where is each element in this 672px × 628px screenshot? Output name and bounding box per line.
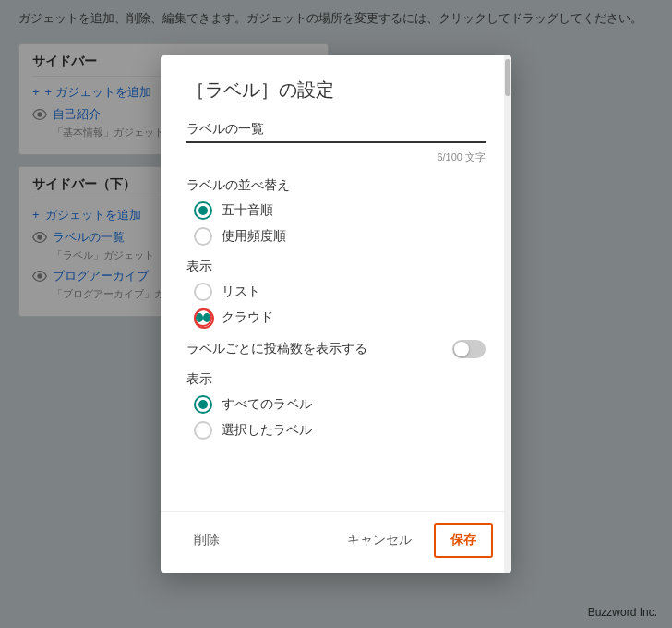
show-radio-group: すべてのラベル 選択したラベル <box>194 395 486 440</box>
display-option-list[interactable]: リスト <box>194 283 486 301</box>
section-label-labels: ラベルの一覧 <box>186 121 486 143</box>
sort-radio-aiueo[interactable] <box>194 201 212 220</box>
save-button[interactable]: 保存 <box>434 523 493 558</box>
sort-label: ラベルの並べ替え <box>186 177 486 194</box>
show-option-all[interactable]: すべてのラベル <box>194 395 486 414</box>
modal-body: ［ラベル］の設定 ラベルの一覧 6/100 文字 ラベルの並べ替え 五十音順 使… <box>161 55 511 511</box>
toggle-switch[interactable] <box>452 340 486 358</box>
sort-option-aiueo[interactable]: 五十音順 <box>194 201 486 220</box>
display-option-cloud[interactable]: クラウド <box>194 308 486 327</box>
sort-radio-group: 五十音順 使用頻度順 <box>194 201 486 246</box>
modal-scrollbar[interactable] <box>504 55 511 573</box>
sort-option-frequency[interactable]: 使用頻度順 <box>194 227 486 246</box>
sort-label-aiueo: 五十音順 <box>222 202 273 219</box>
char-count: 6/100 文字 <box>186 151 486 164</box>
sort-radio-frequency[interactable] <box>194 227 212 246</box>
toggle-row: ラベルごとに投稿数を表示する <box>186 340 486 358</box>
modal-footer: 削除 キャンセル 保存 <box>161 511 511 573</box>
show-radio-all[interactable] <box>194 395 212 414</box>
display-label-cloud: クラウド <box>222 309 273 326</box>
show-label-all: すべてのラベル <box>222 396 312 413</box>
toggle-label: ラベルごとに投稿数を表示する <box>186 341 367 357</box>
display-radio-cloud[interactable] <box>194 308 212 327</box>
show-label-selected: 選択したラベル <box>222 422 312 439</box>
display-label-list: リスト <box>222 284 260 300</box>
delete-button[interactable]: 削除 <box>179 525 234 556</box>
display-radio-group: リスト クラウド <box>194 283 486 327</box>
scrollbar-thumb <box>505 59 510 96</box>
modal-dialog: ［ラベル］の設定 ラベルの一覧 6/100 文字 ラベルの並べ替え 五十音順 使… <box>161 55 511 573</box>
display-radio-list[interactable] <box>194 283 212 301</box>
show-radio-selected[interactable] <box>194 421 212 440</box>
show-label: 表示 <box>186 371 486 388</box>
show-option-selected[interactable]: 選択したラベル <box>194 421 486 440</box>
display-label: 表示 <box>186 259 486 275</box>
sort-label-frequency: 使用頻度順 <box>222 228 286 245</box>
cancel-button[interactable]: キャンセル <box>332 525 426 556</box>
modal-title: ［ラベル］の設定 <box>186 78 486 103</box>
